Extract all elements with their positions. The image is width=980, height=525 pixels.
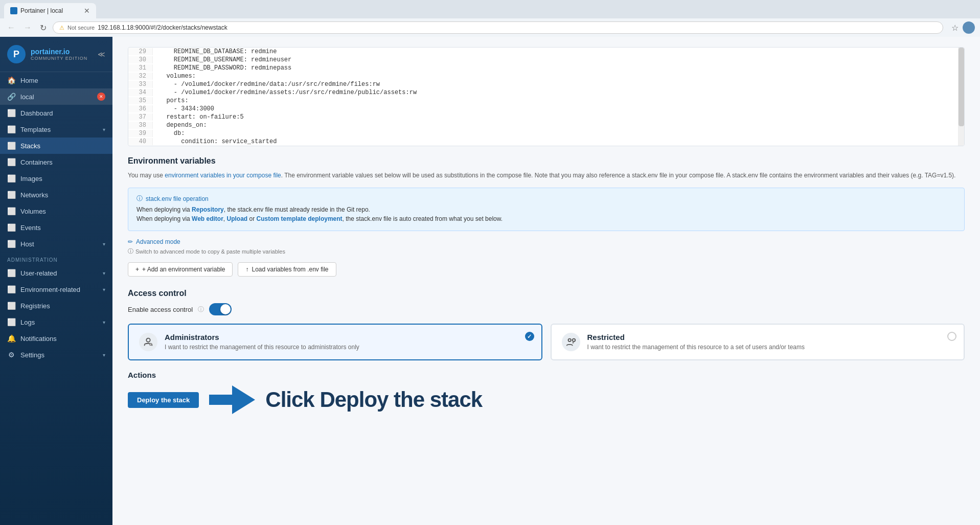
admin-card-radio[interactable] — [525, 332, 534, 341]
info-box-title: ⓘ stack.env file operation — [136, 194, 956, 203]
volumes-icon: ⬜ — [7, 207, 15, 215]
line-content: REDMINE_DB_PASSWORD: redminepass — [153, 64, 298, 72]
upload-link[interactable]: Upload — [227, 215, 248, 222]
bookmark-icon[interactable]: ☆ — [951, 23, 959, 33]
line-number: 37 — [128, 113, 153, 121]
line-number: 32 — [128, 73, 153, 80]
app-wrapper: P portainer.io COMMUNITY EDITION ≪ 🏠 Hom… — [0, 37, 980, 525]
line-content: - /volume1/docker/redmine/assets:/usr/sr… — [153, 89, 423, 96]
back-btn[interactable]: ← — [5, 22, 17, 33]
info-icon: ⓘ — [136, 194, 143, 203]
main-content: 29 REDMINE_DB_DATABASE: redmine30 REDMIN… — [112, 37, 980, 525]
sidebar-item-volumes-label: Volumes — [20, 208, 46, 215]
sidebar-item-templates[interactable]: ⬜ Templates ▾ — [0, 121, 112, 138]
sidebar-item-settings[interactable]: ⚙ Settings ▾ — [0, 347, 112, 363]
actions-title: Actions — [128, 371, 965, 379]
enable-access-label: Enable access control — [128, 306, 193, 313]
sidebar-item-env-related[interactable]: ⬜ Environment-related ▾ — [0, 281, 112, 298]
line-content: REDMINE_DB_DATABASE: redmine — [153, 48, 283, 55]
templates-icon: ⬜ — [7, 125, 15, 133]
sidebar-item-logs[interactable]: ⬜ Logs ▾ — [0, 314, 112, 330]
nav-bar: ← → ↻ ⚠ Not secure 192.168.1.18:9000/#!/… — [0, 18, 980, 37]
images-icon: ⬜ — [7, 174, 15, 182]
code-line: 31 REDMINE_DB_PASSWORD: redminepass — [128, 64, 964, 72]
code-line: 39 db: — [128, 129, 964, 138]
line-number: 29 — [128, 48, 153, 55]
line-number: 38 — [128, 122, 153, 129]
browser-tab[interactable]: Portainer | local ✕ — [4, 3, 96, 18]
web-editor-link[interactable]: Web editor — [192, 215, 223, 222]
sidebar-item-host[interactable]: ⬜ Host ▾ — [0, 236, 112, 252]
sidebar-collapse-btn[interactable]: ≪ — [98, 50, 105, 58]
code-line: 38 depends_on: — [128, 121, 964, 129]
endpoint-close-badge[interactable]: ✕ — [97, 93, 105, 101]
sidebar-item-notifications[interactable]: 🔔 Notifications — [0, 330, 112, 347]
sidebar-item-stacks-label: Stacks — [20, 142, 40, 150]
scrollbar-thumb[interactable] — [959, 48, 964, 126]
sidebar-item-local-label: local — [20, 93, 34, 101]
line-number: 40 — [128, 138, 153, 145]
line-number: 39 — [128, 130, 153, 137]
sidebar-item-dashboard[interactable]: ⬜ Dashboard — [0, 105, 112, 121]
logs-icon: ⬜ — [7, 318, 15, 326]
stacks-icon: ⬜ — [7, 142, 15, 150]
restricted-card[interactable]: Restricted I want to restrict the manage… — [551, 324, 965, 360]
reload-btn[interactable]: ↻ — [38, 22, 49, 34]
sidebar-item-images[interactable]: ⬜ Images — [0, 170, 112, 187]
profile-icon[interactable] — [963, 21, 975, 34]
load-env-label: Load variables from .env file — [252, 266, 328, 273]
logo-text: portainer.io COMMUNITY EDITION — [31, 48, 87, 61]
sidebar-item-user-related-label: User-related — [20, 269, 57, 277]
tab-title: Portainer | local — [20, 7, 63, 14]
scrollbar-track[interactable] — [958, 48, 964, 146]
env-vars-section: Environment variables You may use enviro… — [128, 156, 965, 277]
admin-card-icon — [139, 333, 157, 351]
logs-arrow-icon: ▾ — [103, 319, 105, 325]
tab-close-btn[interactable]: ✕ — [84, 7, 90, 15]
line-content: REDMINE_DB_USERNAME: redmineuser — [153, 56, 298, 63]
sidebar-item-containers-label: Containers — [20, 158, 53, 166]
sidebar-item-containers[interactable]: ⬜ Containers — [0, 154, 112, 170]
custom-template-link[interactable]: Custom template deployment — [257, 215, 343, 222]
repository-link[interactable]: Repository — [192, 206, 224, 213]
sidebar-item-stacks[interactable]: ⬜ Stacks — [0, 138, 112, 154]
info-box-title-text: stack.env file operation — [146, 195, 209, 202]
enable-access-info-icon: ⓘ — [198, 305, 204, 314]
dashboard-icon: ⬜ — [7, 109, 15, 117]
code-editor: 29 REDMINE_DB_DATABASE: redmine30 REDMIN… — [128, 47, 965, 146]
deploy-stack-btn[interactable]: Deploy the stack — [128, 392, 199, 408]
line-content: volumes: — [153, 73, 202, 80]
line-content: ports: — [153, 97, 195, 104]
add-env-var-btn[interactable]: + + Add an environment variable — [128, 262, 233, 277]
load-env-btn[interactable]: ↑ Load variables from .env file — [238, 262, 336, 277]
access-control-title: Access control — [128, 289, 965, 298]
info-line-1: When deploying via Repository, the stack… — [136, 206, 956, 213]
security-icon: ⚠ — [59, 25, 64, 31]
forward-btn[interactable]: → — [21, 22, 34, 33]
sidebar-item-networks-label: Networks — [20, 191, 48, 199]
sidebar-item-volumes[interactable]: ⬜ Volumes — [0, 203, 112, 219]
code-lines: 29 REDMINE_DB_DATABASE: redmine30 REDMIN… — [128, 48, 964, 146]
access-control-toggle[interactable] — [209, 303, 232, 315]
env-vars-link[interactable]: environment variables in your compose fi… — [165, 172, 281, 179]
load-env-icon: ↑ — [245, 266, 248, 273]
env-vars-title: Environment variables — [128, 156, 965, 166]
sidebar-item-networks[interactable]: ⬜ Networks — [0, 187, 112, 203]
browser-chrome: Portainer | local ✕ ← → ↻ ⚠ Not secure 1… — [0, 0, 980, 37]
sidebar-item-local[interactable]: 🔗 local ✕ — [0, 88, 112, 105]
address-bar[interactable]: ⚠ Not secure 192.168.1.18:9000/#!/2/dock… — [53, 21, 943, 34]
restricted-card-radio[interactable] — [947, 332, 956, 341]
advanced-mode-link[interactable]: ✏ Advanced mode — [128, 238, 965, 245]
administrators-card[interactable]: Administrators I want to restrict the ma… — [128, 324, 542, 360]
sidebar-item-events[interactable]: ⬜ Events — [0, 219, 112, 236]
sidebar-item-registries[interactable]: ⬜ Registries — [0, 298, 112, 314]
info-box: ⓘ stack.env file operation When deployin… — [128, 188, 965, 231]
enable-access-toggle-row: Enable access control ⓘ — [128, 303, 965, 315]
sidebar-item-user-related[interactable]: ⬜ User-related ▾ — [0, 265, 112, 281]
code-line: 40 condition: service_started — [128, 138, 964, 146]
sidebar-item-home[interactable]: 🏠 Home — [0, 72, 112, 88]
code-line: 32 volumes: — [128, 72, 964, 80]
line-number: 30 — [128, 56, 153, 63]
line-number: 35 — [128, 97, 153, 104]
user-related-arrow-icon: ▾ — [103, 270, 105, 276]
